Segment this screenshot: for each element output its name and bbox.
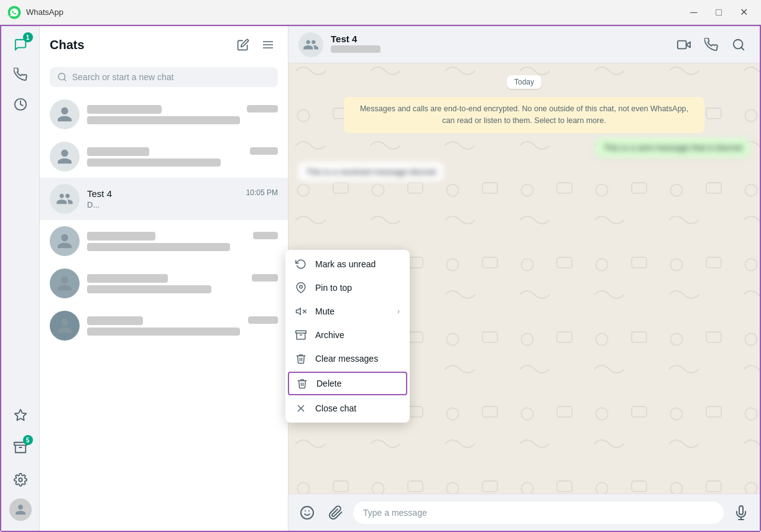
user-avatar[interactable]	[9, 498, 32, 521]
video-call-button[interactable]	[673, 34, 695, 56]
chat-input-area	[288, 493, 760, 531]
context-menu-item-archive[interactable]: Archive	[285, 323, 410, 347]
svg-rect-20	[678, 40, 686, 48]
chat-info	[87, 232, 278, 251]
list-item[interactable]	[40, 262, 288, 305]
app-body: 1	[0, 25, 761, 532]
chat-preview	[87, 116, 240, 124]
context-menu-item-clear[interactable]: Clear messages	[285, 347, 410, 370]
message-bubble-sent: This is a sent message that is blurred	[596, 138, 750, 157]
chat-time	[250, 147, 278, 155]
pin-label: Pin to top	[315, 283, 400, 293]
app-logo	[7, 6, 21, 19]
context-menu-item-mute[interactable]: Mute ›	[285, 300, 410, 323]
mic-button[interactable]	[730, 502, 752, 524]
status-icon	[14, 98, 27, 111]
chat-list-actions	[233, 35, 278, 55]
emoji-button[interactable]	[296, 502, 318, 524]
sidebar-bottom: 5	[7, 401, 34, 526]
delete-label: Delete	[316, 378, 399, 388]
delete-icon	[297, 378, 309, 389]
sidebar-item-starred[interactable]	[7, 401, 34, 429]
maximize-button[interactable]: □	[709, 4, 729, 21]
sidebar-item-chats[interactable]: 1	[7, 31, 34, 58]
search-icon	[57, 72, 67, 82]
list-item-test4[interactable]: Test 4 10:05 PM D...	[40, 178, 288, 220]
chat-name	[87, 316, 143, 325]
chat-header-avatar	[298, 32, 323, 57]
clear-icon	[295, 353, 308, 364]
titlebar: WhatsApp ─ □ ✕	[0, 0, 761, 25]
svg-rect-15	[296, 331, 307, 333]
date-divider: Today	[298, 76, 750, 87]
starred-icon	[14, 408, 27, 422]
context-menu-item-pin[interactable]: Pin to top	[285, 276, 410, 300]
chat-info: Test 4 10:05 PM D...	[87, 188, 278, 209]
chat-info	[87, 274, 278, 293]
chat-info	[87, 147, 278, 167]
chats-badge: 1	[23, 32, 33, 42]
close-chat-label: Close chat	[315, 403, 400, 413]
app-title: WhatsApp	[26, 7, 684, 17]
e2e-notice[interactable]: Messages and calls are end-to-end encryp…	[344, 97, 704, 133]
search-input[interactable]	[72, 72, 270, 82]
new-chat-button[interactable]	[233, 35, 253, 55]
avatar	[50, 142, 80, 172]
chat-list: Test 4 10:05 PM D...	[40, 93, 288, 531]
avatar	[50, 184, 80, 214]
search-input-wrap	[50, 67, 278, 87]
mute-arrow: ›	[397, 307, 400, 316]
message-input[interactable]	[353, 502, 724, 524]
svg-point-11	[300, 285, 303, 288]
chat-time	[252, 274, 278, 282]
list-item[interactable]	[40, 220, 288, 262]
settings-icon	[14, 473, 27, 487]
chat-list-panel: Chats	[40, 26, 288, 531]
chat-preview	[87, 285, 211, 293]
chat-header: Test 4	[288, 26, 760, 63]
close-button[interactable]: ✕	[734, 4, 754, 21]
context-menu-item-delete[interactable]: Delete	[288, 372, 407, 395]
search-messages-button[interactable]	[727, 34, 750, 56]
list-item[interactable]	[40, 93, 288, 135]
sidebar-item-archived[interactable]: 5	[7, 434, 34, 461]
voice-call-button[interactable]	[700, 34, 722, 56]
mark-unread-label: Mark as unread	[315, 259, 400, 269]
sidebar-item-settings[interactable]	[7, 466, 34, 493]
attach-button[interactable]	[325, 502, 347, 524]
context-menu-item-mark-unread[interactable]: Mark as unread	[285, 252, 410, 276]
archived-badge: 5	[23, 435, 33, 445]
chat-name	[87, 274, 168, 283]
chat-header-status	[331, 45, 380, 53]
chat-info	[87, 316, 278, 336]
mute-icon	[295, 306, 308, 317]
close-chat-icon	[295, 403, 308, 414]
context-menu: Mark as unread Pin to top	[285, 250, 410, 423]
sidebar-item-status[interactable]	[7, 91, 34, 118]
chat-time	[253, 232, 278, 239]
svg-marker-12	[297, 308, 301, 315]
chat-header-name: Test 4	[331, 34, 665, 44]
clear-label: Clear messages	[315, 354, 400, 364]
mute-label: Mute	[315, 306, 390, 316]
svg-marker-19	[686, 42, 690, 47]
chat-preview	[87, 243, 230, 251]
calls-icon	[14, 68, 27, 81]
list-item[interactable]	[40, 135, 288, 178]
avatar	[50, 226, 80, 256]
svg-line-10	[64, 79, 66, 81]
svg-point-5	[19, 478, 22, 482]
chat-time: 10:05 PM	[246, 188, 278, 199]
chat-name: Test 4	[87, 188, 112, 199]
minimize-button[interactable]: ─	[684, 4, 704, 21]
context-menu-item-close[interactable]: Close chat	[285, 397, 410, 420]
sidebar-item-calls[interactable]	[7, 61, 34, 88]
avatar	[50, 268, 80, 298]
filter-button[interactable]	[258, 35, 278, 55]
chat-list-header: Chats	[40, 26, 288, 63]
list-item[interactable]	[40, 305, 288, 347]
chat-time	[247, 105, 278, 112]
chat-time	[248, 316, 278, 324]
chat-name	[87, 232, 155, 241]
pin-icon	[295, 282, 308, 293]
